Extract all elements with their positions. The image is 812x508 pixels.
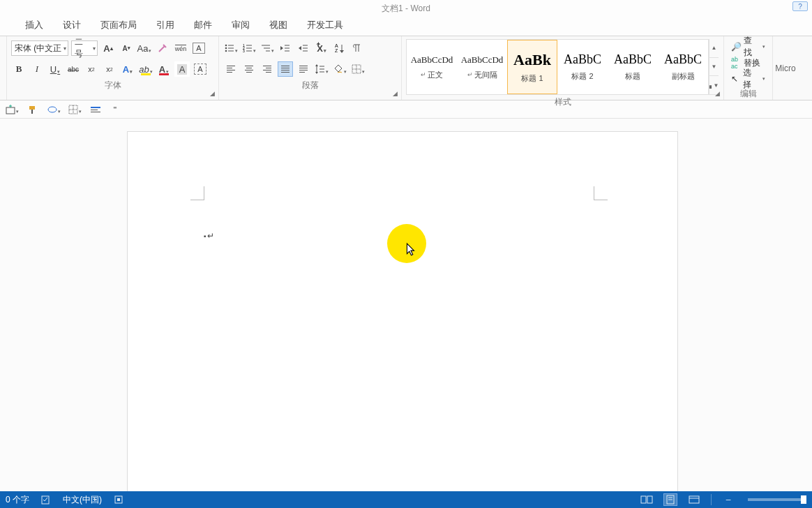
change-case-button[interactable]: Aa▾ [137,40,152,56]
indent-decrease-button[interactable] [278,40,293,56]
svg-marker-28 [315,64,318,66]
paragraph-dialog-launcher[interactable]: ◢ [391,89,399,98]
style-preview: AaBk [513,51,551,69]
svg-text:Z: Z [335,48,338,53]
binoculars-icon: 🔎 [731,42,741,52]
numbering-button[interactable]: 123▾ [241,40,257,56]
text-cursor: ↵ [204,231,214,241]
font-name-combo[interactable]: 宋体 (中文正▾ [11,40,68,56]
status-language[interactable]: 中文(中国) [63,494,102,506]
svg-text:A: A [335,43,338,48]
editing-group-label: 编辑 [728,87,768,100]
superscript-button[interactable]: x2 [102,61,117,77]
align-left-button[interactable] [223,61,239,77]
clear-format-button[interactable] [155,40,170,56]
help-button[interactable]: ? [792,1,808,11]
styles-dialog-launcher[interactable]: ◢ [713,89,721,98]
font-name-value: 宋体 (中文正 [15,43,61,54]
tab-insert[interactable]: 插入 [22,16,46,36]
qat-add-row-button[interactable]: ▾ [4,103,20,117]
highlight-color-button[interactable]: ab▾ [138,61,153,77]
qat-format-painter-button[interactable] [25,103,40,117]
font-color-button[interactable]: A▾ [156,61,172,77]
gallery-up-button[interactable]: ▲ [709,39,719,58]
text-effects-button[interactable]: A▾ [120,61,135,77]
tab-references[interactable]: 引用 [153,16,177,36]
distributed-button[interactable] [296,61,311,77]
bold-button[interactable]: B [11,61,27,77]
char-shading-button[interactable]: A [174,61,190,77]
style-preview: AaBbC [564,52,601,67]
char-border-button[interactable]: A [193,61,208,77]
zoom-slider[interactable] [748,498,804,501]
font-dialog-launcher[interactable]: ◢ [208,89,216,98]
style-item-3[interactable]: AaBbC标题 2 [557,40,608,94]
status-proofing-icon[interactable] [39,493,53,506]
style-name: 副标题 [672,71,695,82]
style-name: ↵无间隔 [467,70,497,80]
borders-button[interactable]: ▾ [350,61,366,77]
style-item-4[interactable]: AaBbC标题 [608,40,658,94]
svg-point-2 [225,47,227,50]
status-macro-icon[interactable] [112,493,126,506]
align-center-button[interactable] [241,61,257,77]
title-bar: 文档1 - Word ? [0,0,812,17]
status-word-count[interactable]: 0 个字 [6,494,29,506]
ribbon-tabs: 插入 设计 页面布局 引用 邮件 审阅 视图 开发工具 [0,17,812,36]
style-preview: AaBbC [614,52,652,67]
view-web-button[interactable] [687,493,701,506]
asian-layout-button[interactable]: X✦▾ [314,40,329,56]
qat-table-button[interactable]: ▾ [67,103,82,117]
gallery-down-button[interactable]: ▼ [709,58,719,77]
tab-view[interactable]: 视图 [266,16,290,36]
qat-more-button[interactable]: ⁼ [109,103,121,117]
rightcut-label: Micro [773,36,798,100]
style-item-2[interactable]: AaBk标题 1 [507,40,557,94]
show-marks-button[interactable] [350,40,366,56]
view-print-button[interactable] [663,493,677,506]
svg-point-4 [225,50,227,52]
tab-review[interactable]: 审阅 [229,16,253,36]
svg-rect-47 [117,498,120,501]
phonetic-guide-button[interactable]: wén [173,40,188,56]
shrink-font-button[interactable]: A▾ [119,40,134,56]
indent-increase-button[interactable] [296,40,311,56]
zoom-out-button[interactable]: – [721,493,735,506]
enclose-char-button[interactable]: A [191,40,206,56]
tab-layout[interactable]: 页面布局 [98,16,140,36]
select-button[interactable]: ↖ 选择▾ [728,71,768,87]
document-canvas[interactable]: ↵ [0,119,812,491]
tab-design[interactable]: 设计 [60,16,84,36]
styles-group-label: 样式 [406,95,719,108]
editing-group: 🔎 查找▾ abac 替换 ↖ 选择▾ 编辑 [724,36,773,100]
subscript-button[interactable]: x2 [84,61,99,77]
font-size-value: 二号 [75,36,91,60]
bullets-button[interactable]: ▾ [223,40,239,56]
find-button[interactable]: 🔎 查找▾ [728,39,768,54]
font-size-combo[interactable]: 二号▾ [71,40,98,56]
line-spacing-button[interactable]: ▾ [314,61,329,77]
style-item-1[interactable]: AaBbCcDd↵无间隔 [457,40,507,94]
strike-button[interactable]: abc [66,61,81,77]
grow-font-button[interactable]: A▴ [100,40,116,56]
style-preview: AaBbCcDd [461,54,504,66]
align-justify-button[interactable] [278,61,293,77]
italic-button[interactable]: I [29,61,45,77]
clipboard-sliver [0,36,7,100]
style-preview: AaBbCcDd [411,54,453,66]
tab-mail[interactable]: 邮件 [191,16,215,36]
qat-shape-button[interactable]: ▾ [46,103,61,117]
sort-button[interactable]: AZ [332,40,347,56]
align-right-button[interactable] [260,61,275,77]
style-item-5[interactable]: AaBbC副标题 [658,40,708,94]
tab-developer[interactable]: 开发工具 [304,16,346,36]
svg-rect-53 [689,496,699,503]
underline-button[interactable]: U▾ [47,61,63,77]
shading-button[interactable]: ▾ [332,61,347,77]
page[interactable]: ↵ [127,131,678,491]
view-read-button[interactable] [640,493,654,506]
svg-marker-29 [315,72,318,74]
qat-para-button[interactable] [88,103,103,117]
multilevel-button[interactable]: ▾ [260,40,275,56]
style-item-0[interactable]: AaBbCcDd↵正文 [407,40,457,94]
